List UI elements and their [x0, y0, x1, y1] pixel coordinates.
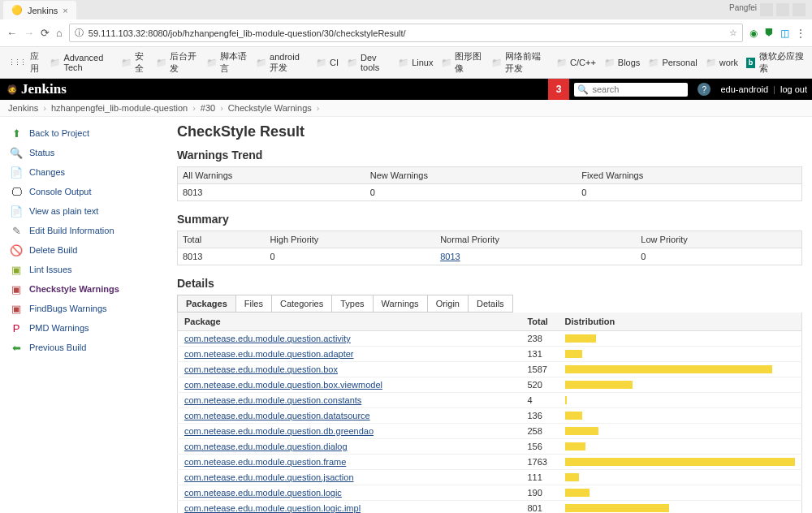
tab-origin[interactable]: Origin	[427, 295, 469, 313]
bookmark-item[interactable]: C/C++	[556, 58, 596, 68]
logout-link[interactable]: log out	[775, 84, 812, 94]
bookmark-item[interactable]: 后台开发	[156, 50, 198, 75]
tab-types[interactable]: Types	[331, 295, 373, 313]
package-link[interactable]: com.netease.edu.module.question.constant…	[184, 395, 361, 405]
sidebar-item[interactable]: 📄View as plain text	[6, 201, 171, 221]
trend-cell: 0	[365, 184, 577, 201]
breadcrumb: Jenkins›hzhanpengfei_lib-module-question…	[0, 100, 812, 117]
forward-icon[interactable]: →	[24, 27, 34, 39]
distribution-bar	[565, 350, 582, 358]
sidebar-item[interactable]: PPMD Warnings	[6, 318, 171, 338]
chevron-right-icon: ›	[220, 103, 223, 113]
package-link[interactable]: com.netease.edu.module.question.frame	[184, 457, 346, 467]
sidebar-item-label: Back to Project	[29, 128, 89, 138]
tab-categories[interactable]: Categories	[271, 295, 332, 313]
sidebar-item[interactable]: ⬅Previous Build	[6, 338, 171, 357]
tab-warnings[interactable]: Warnings	[373, 295, 428, 313]
sidebar-item[interactable]: 📄Changes	[6, 162, 171, 182]
bookmark-item[interactable]: 脚本语言	[206, 50, 248, 75]
breadcrumb-item[interactable]: Checkstyle Warnings	[228, 103, 312, 113]
package-link[interactable]: com.netease.edu.module.question.logic.im…	[184, 503, 361, 513]
shield-icon[interactable]: ◉	[749, 28, 758, 39]
package-link[interactable]: com.netease.edu.module.question.datatsou…	[184, 411, 370, 420]
extension-icon[interactable]: ◫	[780, 28, 789, 39]
breadcrumb-item[interactable]: hzhanpengfei_lib-module-question	[51, 103, 188, 113]
bookmark-item[interactable]: Personal	[648, 58, 697, 68]
bookmark-item[interactable]: CI	[316, 58, 339, 68]
package-link[interactable]: com.netease.edu.module.question.activity	[184, 334, 351, 343]
search-input[interactable]	[592, 84, 685, 94]
sidebar-icon: 🖵	[10, 185, 23, 198]
tab-files[interactable]: Files	[235, 295, 272, 313]
package-link[interactable]: com.netease.edu.module.question.box.view…	[184, 380, 382, 390]
browser-tab[interactable]: 🟡 Jenkins ×	[3, 1, 76, 19]
sidebar-item-label: Changes	[29, 167, 65, 177]
notification-badge[interactable]: 3	[548, 79, 570, 100]
col-package[interactable]: Package	[178, 313, 521, 331]
close-icon[interactable]: ×	[63, 6, 67, 15]
tab-title: Jenkins	[28, 6, 58, 15]
sidebar-item[interactable]: 🔍Status	[6, 143, 171, 162]
sidebar-item[interactable]: 🖵Console Output	[6, 182, 171, 201]
header-search[interactable]: 🔍	[574, 83, 688, 97]
bookmark-item[interactable]: android开发	[256, 52, 308, 74]
ublock-icon[interactable]: ⛊	[764, 28, 774, 39]
bookmark-item[interactable]: Dev tools	[347, 53, 390, 72]
reload-icon[interactable]: ⟳	[41, 27, 50, 39]
jenkins-logo[interactable]: 🧔 Jenkins	[0, 81, 73, 97]
sidebar-item[interactable]: ▣Lint Issues	[6, 260, 171, 279]
package-link[interactable]: com.netease.edu.module.question.logic	[184, 488, 342, 498]
bookmark-item[interactable]: Blogs	[604, 58, 641, 68]
user-link[interactable]: edu-android	[715, 84, 773, 94]
menu-icon[interactable]: ⋮	[796, 28, 806, 39]
distribution-bar	[565, 381, 633, 389]
sidebar-item[interactable]: ▣FindBugs Warnings	[6, 299, 171, 318]
table-row: com.netease.edu.module.question.adapter1…	[178, 347, 802, 362]
minimize-icon[interactable]	[760, 3, 773, 16]
col-total[interactable]: Total	[520, 313, 558, 331]
package-link[interactable]: com.netease.edu.module.question.dialog	[184, 442, 348, 451]
table-row: com.netease.edu.module.question.constant…	[178, 393, 802, 408]
back-icon[interactable]: ←	[6, 27, 17, 39]
tab-packages[interactable]: Packages	[177, 295, 236, 313]
bookmark-item[interactable]: work	[706, 58, 738, 68]
sidebar-item[interactable]: ▣Checkstyle Warnings	[6, 279, 171, 299]
bookmark-item[interactable]: 应用	[8, 50, 41, 75]
titlebar-user: Pangfei	[729, 3, 757, 16]
sidebar-icon: ✎	[10, 224, 23, 237]
sidebar-item-label: Lint Issues	[29, 265, 72, 274]
package-link[interactable]: com.netease.edu.module.question.db.green…	[184, 426, 374, 436]
package-link[interactable]: com.netease.edu.module.question.box	[184, 364, 338, 374]
sidebar-icon: ⬅	[10, 341, 23, 354]
close-window-icon[interactable]	[793, 3, 806, 16]
help-icon[interactable]: ?	[698, 83, 710, 96]
table-row: com.netease.edu.module.question.dialog15…	[178, 439, 802, 455]
bookmark-item[interactable]: 微软必应搜索	[746, 50, 804, 75]
col-dist[interactable]: Distribution	[559, 313, 802, 331]
breadcrumb-item[interactable]: #30	[201, 103, 215, 113]
summary-link[interactable]: 8013	[440, 252, 460, 261]
sidebar-item-label: Status	[29, 148, 54, 157]
tab-details[interactable]: Details	[468, 295, 513, 313]
sidebar-item-label: FindBugs Warnings	[29, 304, 107, 313]
sidebar-icon: 📄	[10, 166, 23, 179]
package-link[interactable]: com.netease.edu.module.question.adapter	[184, 349, 354, 359]
sidebar-icon: 🚫	[10, 244, 23, 256]
breadcrumb-item[interactable]: Jenkins	[8, 103, 38, 113]
sidebar-item[interactable]: 🚫Delete Build	[6, 240, 171, 260]
bookmark-item[interactable]: Advanced Tech	[50, 53, 113, 72]
package-link[interactable]: com.netease.edu.module.question.jsaction	[184, 472, 354, 482]
sidebar-item-label: Previous Build	[29, 343, 86, 352]
sidebar-item[interactable]: ✎Edit Build Information	[6, 221, 171, 240]
address-bar[interactable]: ⓘ 59.111.103.32:8080/job/hzhanpengfei_li…	[69, 24, 743, 42]
info-icon[interactable]: ⓘ	[75, 27, 84, 39]
bookmark-item[interactable]: 图形图像	[441, 50, 483, 75]
total-cell: 111	[520, 470, 558, 485]
star-icon[interactable]: ☆	[729, 28, 737, 38]
bookmark-item[interactable]: Linux	[398, 58, 433, 68]
bookmark-item[interactable]: 安全	[121, 50, 148, 75]
maximize-icon[interactable]	[776, 3, 789, 16]
home-icon[interactable]: ⌂	[56, 27, 63, 39]
sidebar-item[interactable]: ⬆Back to Project	[6, 123, 171, 143]
bookmark-item[interactable]: 网络前端开发	[491, 50, 548, 75]
